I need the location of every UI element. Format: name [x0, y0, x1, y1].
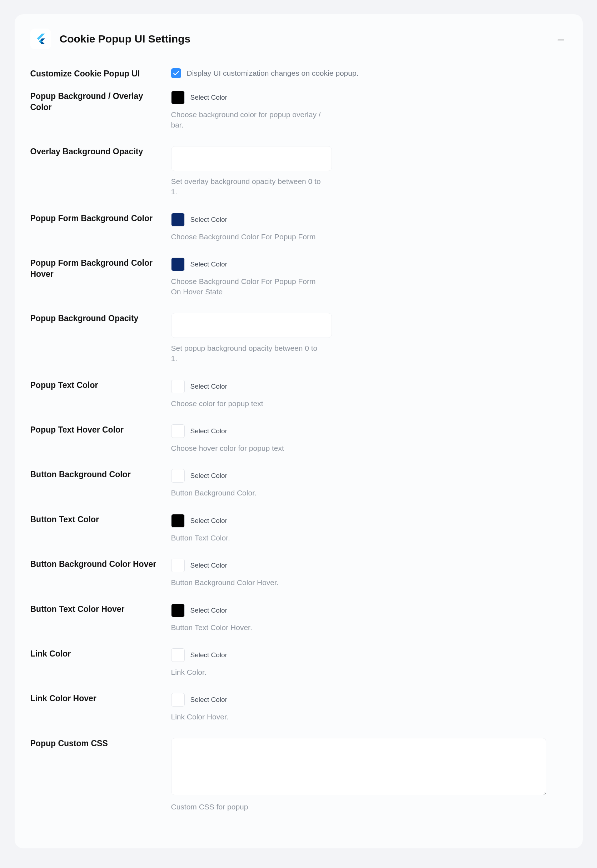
row-btn-bg: Button Background Color Select Color But…: [30, 461, 567, 506]
hint-custom-css: Custom CSS for popup: [171, 801, 321, 812]
input-popup-opacity[interactable]: [171, 313, 332, 338]
textarea-custom-css[interactable]: [171, 738, 546, 795]
row-btn-bg-hover: Button Background Color Hover Select Col…: [30, 551, 567, 595]
label-btn-bg: Button Background Color: [30, 469, 171, 498]
check-icon: [173, 71, 179, 76]
label-form-bg: Popup Form Background Color: [30, 213, 171, 242]
row-popup-opacity: Popup Background Opacity Set popup backg…: [30, 305, 567, 372]
hint-link-color: Link Color.: [171, 667, 321, 677]
label-link-hover: Link Color Hover: [30, 693, 171, 722]
select-color-text-hover[interactable]: Select Color: [190, 427, 227, 435]
label-btn-text: Button Text Color: [30, 514, 171, 543]
hint-btn-bg: Button Background Color.: [171, 488, 321, 498]
panel-header: Cookie Popup UI Settings –: [30, 24, 567, 58]
customize-checkbox[interactable]: [171, 68, 181, 78]
select-color-link-color[interactable]: Select Color: [190, 651, 227, 659]
label-link-color: Link Color: [30, 648, 171, 677]
flutter-like-icon: [34, 33, 47, 45]
row-btn-text: Button Text Color Select Color Button Te…: [30, 506, 567, 551]
hint-btn-text: Button Text Color.: [171, 533, 321, 543]
app-logo: [30, 28, 51, 49]
select-color-form-bg-hover[interactable]: Select Color: [190, 260, 227, 268]
swatch-link-hover[interactable]: [171, 693, 185, 706]
select-color-popup-bg[interactable]: Select Color: [190, 93, 227, 101]
row-overlay-opacity: Overlay Background Opacity Set overlay b…: [30, 138, 567, 205]
swatch-form-bg-hover[interactable]: [171, 258, 185, 271]
select-color-text-color[interactable]: Select Color: [190, 383, 227, 390]
label-text-hover: Popup Text Hover Color: [30, 424, 171, 453]
select-color-btn-bg-hover[interactable]: Select Color: [190, 561, 227, 569]
hint-btn-bg-hover: Button Background Color Hover.: [171, 577, 321, 588]
hint-link-hover: Link Color Hover.: [171, 712, 321, 722]
label-overlay-opacity: Overlay Background Opacity: [30, 146, 171, 197]
label-btn-bg-hover: Button Background Color Hover: [30, 559, 171, 588]
swatch-btn-bg[interactable]: [171, 469, 185, 482]
label-text-color: Popup Text Color: [30, 380, 171, 409]
row-form-bg: Popup Form Background Color Select Color…: [30, 205, 567, 250]
row-popup-bg: Popup Background / Overlay Color Select …: [30, 83, 567, 138]
row-form-bg-hover: Popup Form Background Color Hover Select…: [30, 250, 567, 305]
row-text-color: Popup Text Color Select Color Choose col…: [30, 372, 567, 417]
hint-text-hover: Choose hover color for popup text: [171, 443, 321, 453]
hint-overlay-opacity: Set overlay background opacity between 0…: [171, 176, 321, 197]
label-custom-css: Popup Custom CSS: [30, 738, 171, 812]
collapse-button[interactable]: –: [555, 33, 567, 45]
hint-popup-bg: Choose background color for popup overla…: [171, 109, 321, 131]
select-color-btn-text[interactable]: Select Color: [190, 517, 227, 525]
select-color-form-bg[interactable]: Select Color: [190, 216, 227, 224]
row-text-hover: Popup Text Hover Color Select Color Choo…: [30, 417, 567, 461]
panel-title: Cookie Popup UI Settings: [60, 33, 191, 45]
row-customize: Customize Cookie Popup UI Display UI cus…: [30, 58, 567, 83]
swatch-link-color[interactable]: [171, 648, 185, 662]
swatch-btn-text-hover[interactable]: [171, 604, 185, 617]
swatch-btn-bg-hover[interactable]: [171, 559, 185, 572]
input-overlay-opacity[interactable]: [171, 146, 332, 171]
select-color-btn-text-hover[interactable]: Select Color: [190, 607, 227, 614]
row-custom-css: Popup Custom CSS Custom CSS for popup: [30, 730, 567, 820]
row-link-color: Link Color Select Color Link Color.: [30, 641, 567, 685]
label-customize: Customize Cookie Popup UI: [30, 68, 171, 79]
swatch-btn-text[interactable]: [171, 514, 185, 528]
select-color-btn-bg[interactable]: Select Color: [190, 472, 227, 480]
customize-checkbox-label: Display UI customization changes on cook…: [187, 69, 359, 77]
swatch-popup-bg[interactable]: [171, 91, 185, 104]
swatch-text-color[interactable]: [171, 380, 185, 393]
hint-btn-text-hover: Button Text Color Hover.: [171, 622, 321, 633]
swatch-text-hover[interactable]: [171, 424, 185, 438]
row-link-hover: Link Color Hover Select Color Link Color…: [30, 685, 567, 730]
hint-form-bg-hover: Choose Background Color For Popup Form O…: [171, 276, 321, 297]
select-color-link-hover[interactable]: Select Color: [190, 696, 227, 704]
label-form-bg-hover: Popup Form Background Color Hover: [30, 258, 171, 297]
hint-text-color: Choose color for popup text: [171, 398, 321, 409]
hint-form-bg: Choose Background Color For Popup Form: [171, 231, 321, 242]
hint-popup-opacity: Set popup background opacity between 0 t…: [171, 343, 321, 364]
row-btn-text-hover: Button Text Color Hover Select Color But…: [30, 596, 567, 641]
settings-panel: Cookie Popup UI Settings – Customize Coo…: [15, 14, 583, 848]
label-popup-opacity: Popup Background Opacity: [30, 313, 171, 364]
label-popup-bg: Popup Background / Overlay Color: [30, 91, 171, 131]
swatch-form-bg[interactable]: [171, 213, 185, 227]
label-btn-text-hover: Button Text Color Hover: [30, 604, 171, 633]
